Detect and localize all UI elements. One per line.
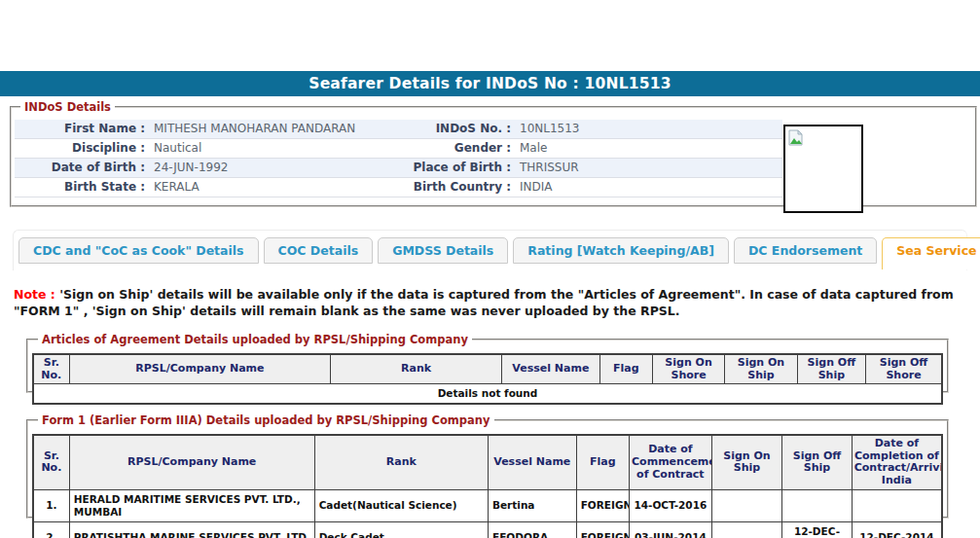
form1-cell: Cadet(Nautical Science) [314,489,488,521]
detail-label: INDoS No. : [404,120,511,138]
form1-cell: 2. [33,521,69,538]
form1-table-row: 2.PRATISHTHA MARINE SERVICES PVT. LTDDec… [33,521,942,538]
column-header: Sign On Shore [652,354,724,384]
form1-table: Sr. No.RPSL/Company NameRankVessel NameF… [32,434,943,538]
articles-of-agreement-legend: Articles of Agreement Details uploaded b… [38,333,472,346]
detail-value: INDIA [511,178,782,197]
form1-cell: Bertina [488,489,576,521]
detail-label: Birth State : [15,178,145,197]
note-label: Note : [14,287,55,302]
column-header: Sign Off Shore [866,354,942,384]
column-header: Sign On Ship [711,435,782,489]
tab-cdc-and-coc-as-cook-details[interactable]: CDC and "CoC as Cook" Details [18,237,259,264]
column-header: Rank [314,435,488,489]
details-not-found-message: Details not found [33,384,942,405]
articles-of-agreement-table: Sr. No.RPSL/Company NameRankVessel NameF… [32,353,943,405]
articles-table-empty-row: Details not found [33,384,942,405]
column-header: Sr. No. [33,354,69,384]
detail-value: MITHESH MANOHARAN PANDARAN [145,120,404,138]
column-header: Flag [576,435,629,489]
detail-label: Discipline : [15,139,145,158]
detail-value: THRISSUR [511,159,782,177]
column-header: Flag [599,354,652,384]
indos-details-body: First Name :MITHESH MANOHARAN PANDARANIN… [15,120,972,201]
form1-cell: PRATISHTHA MARINE SERVICES PVT. LTD [69,521,314,538]
column-header: Sign Off Ship [782,435,853,489]
column-header: Sign Off Ship [797,354,865,384]
form1-cell: FEODORA [488,521,576,538]
tab-coc-details[interactable]: COC Details [264,237,374,264]
form1-cell: FOREIGN [576,489,629,521]
form1-cell [711,521,782,538]
detail-label: Birth Country : [404,178,511,197]
form1-cell: 12-DEC-2014 [782,521,853,538]
detail-label: First Name : [15,120,145,138]
form1-cell [852,489,942,521]
tab-gmdss-details[interactable]: GMDSS Details [378,237,508,264]
tabs: CDC and "CoC as Cook" DetailsCOC Details… [18,237,966,269]
column-header: Date of Commencement of Contract [630,435,712,489]
page-title: Seafarer Details for INDoS No : 10NL1513 [0,71,980,96]
column-header: Vessel Name [502,354,600,384]
indos-details-section: INDoS Details First Name :MITHESH MANOHA… [10,100,977,207]
form1-cell: FOREIGN [576,521,629,538]
form1-cell: HERALD MARITIME SERVICES PVT. LTD., MUMB… [69,489,314,521]
tab-sea-service-details[interactable]: Sea Service Details [882,237,980,269]
detail-label: Gender : [404,139,511,158]
note-text: 'Sign on Ship' details will be available… [14,287,954,318]
articles-of-agreement-section: Articles of Agreement Details uploaded b… [26,333,949,393]
tab-bar: CDC and "CoC as Cook" DetailsCOC Details… [13,230,967,270]
detail-value: KERALA [145,178,404,197]
detail-value: Male [511,139,782,158]
note: Note : 'Sign on Ship' details will be av… [14,287,969,319]
column-header: RPSL/Company Name [69,354,330,384]
tab-rating-watch-keeping-ab[interactable]: Rating [Watch Keeping/AB] [513,237,729,264]
column-header: Rank [331,354,502,384]
form1-table-row: 1.HERALD MARITIME SERVICES PVT. LTD., MU… [33,489,942,521]
column-header: Sr. No. [33,435,69,489]
column-header: Sign On Ship [725,354,797,384]
form1-cell: Deck Cadet [314,521,488,538]
form1-cell [711,489,782,521]
page: Seafarer Details for INDoS No : 10NL1513… [0,0,980,538]
indos-detail-row: Discipline :NauticalGender :Male [15,139,782,159]
form1-table-header-row: Sr. No.RPSL/Company NameRankVessel NameF… [33,435,942,489]
form1-cell: 12-DEC-2014 [852,521,942,538]
indos-details-legend: INDoS Details [20,100,115,114]
seafarer-photo-placeholder [783,125,863,213]
detail-label: Place of Birth : [404,159,511,177]
indos-detail-row: Date of Birth :24-JUN-1992Place of Birth… [15,159,782,178]
tab-dc-endorsement[interactable]: DC Endorsement [734,237,877,264]
indos-detail-row: First Name :MITHESH MANOHARAN PANDARANIN… [15,120,782,139]
detail-value: 24-JUN-1992 [145,159,404,177]
column-header: Vessel Name [488,435,576,489]
column-header: RPSL/Company Name [69,435,314,489]
indos-details-rows: First Name :MITHESH MANOHARAN PANDARANIN… [15,120,782,197]
detail-value: 10NL1513 [511,120,782,138]
column-header: Date of Completion of Contract/Arriving … [852,435,942,489]
form1-section: Form 1 (Earlier Form IIIA) Details uploa… [26,413,949,519]
form1-cell: 03-JUN-2014 [630,521,712,538]
detail-label: Date of Birth : [15,159,145,177]
form1-cell: 14-OCT-2016 [630,489,712,521]
form1-legend: Form 1 (Earlier Form IIIA) Details uploa… [38,413,494,427]
indos-detail-row: Birth State :KERALABirth Country :INDIA [15,178,782,197]
broken-image-icon [788,129,803,146]
form1-cell [782,489,853,521]
form1-cell: 1. [33,489,69,521]
articles-table-header-row: Sr. No.RPSL/Company NameRankVessel NameF… [33,354,942,384]
detail-value: Nautical [145,139,404,158]
